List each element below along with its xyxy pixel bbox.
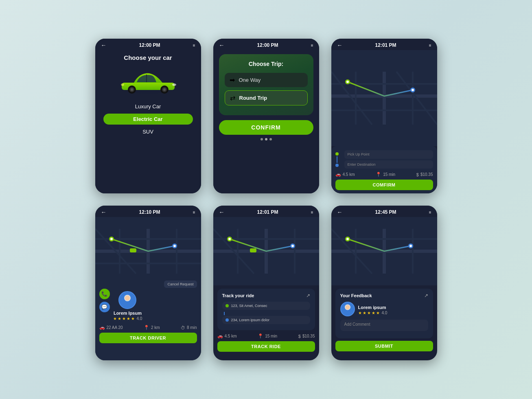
driver-avatar-svg [120, 292, 135, 308]
feedback-driver-name: Lorem ipsum [358, 305, 388, 310]
stats-row-4: 🚗 22 AA 20 📍 2 km ⏱ 8 min [99, 325, 197, 330]
map-svg-6 [331, 217, 437, 285]
time-6: 12:45 PM [375, 209, 396, 215]
svg-point-62 [345, 305, 350, 309]
stat-plate: 🚗 22 AA 20 [99, 325, 123, 330]
action-icons: 📞 💬 [99, 289, 110, 312]
comment-box[interactable]: Add Comment [340, 320, 428, 331]
svg-point-5 [131, 88, 133, 91]
svg-rect-63 [344, 310, 351, 314]
share-icon-6[interactable]: ↗ [424, 293, 428, 298]
back-arrow-2[interactable]: ← [219, 42, 225, 48]
back-arrow-4[interactable]: ← [101, 209, 107, 215]
track-ride-box: Track your ride ↗ 123, Sit Amet, Consec … [217, 289, 315, 330]
dot-2 [265, 138, 267, 140]
svg-point-57 [346, 238, 349, 240]
trip-roundtrip[interactable]: ⇄ Round Trip [225, 90, 308, 105]
signal-3: ≡ [429, 43, 431, 48]
stat-duration-3: 📍 15 min [376, 172, 395, 177]
feedback-avatar-svg [341, 302, 354, 316]
chat-icon-btn[interactable]: 💬 [99, 302, 110, 312]
status-bar-5: ← 12:01 PM ≡ [213, 206, 319, 217]
driver-avatar [118, 291, 136, 309]
signal-4: ≡ [193, 210, 195, 215]
map-svg-3 [331, 50, 437, 146]
location-text-2: 234, Lorem ipsum dolor [231, 318, 270, 322]
option-suv[interactable]: SUV [103, 126, 193, 137]
feedback-rating: 4.0 [382, 311, 388, 315]
stat-price-5: $ $10.35 [298, 334, 315, 339]
location-row-2: 234, Lorem ipsum dolor [222, 316, 310, 324]
back-arrow-3[interactable]: ← [337, 42, 343, 48]
track-driver-button[interactable]: TRACK DRIVER [99, 333, 197, 343]
feedback-avatar [340, 302, 355, 316]
star-4: ★ [127, 316, 130, 321]
car-image [103, 64, 193, 101]
option-electric[interactable]: Electric Car [103, 114, 193, 125]
driver-details: Lorem Ipsum ★ ★ ★ ★ ★ 4.0 [113, 289, 142, 323]
star-5: ★ [131, 316, 135, 321]
comment-placeholder: Add Comment [344, 322, 370, 327]
car-illustration [116, 68, 181, 97]
fb-star-3: ★ [367, 311, 371, 315]
confirm-trip-button[interactable]: CONFIRM [219, 120, 313, 135]
fb-star-2: ★ [363, 311, 366, 315]
svg-line-17 [331, 72, 372, 125]
dot-1 [261, 138, 263, 140]
driver-info-panel: Cancel Request 📞 💬 Lorem I [95, 285, 201, 360]
svg-point-8 [163, 88, 166, 91]
driver-name: Lorem Ipsum [114, 311, 142, 316]
card-choose-trip: ← 12:00 PM ≡ Choose Trip: ➡ One Way ⇄ Ro… [213, 39, 319, 193]
location-row-1: 123, Sit Amet, Consec [222, 302, 310, 310]
pagination-dots [261, 138, 272, 140]
card-feedback: ← 12:45 PM ≡ [331, 206, 437, 360]
feedback-driver-row: Lorem ipsum ★ ★ ★ ★ ★ 4.0 [340, 302, 428, 316]
stat-distance-4: 📍 2 km [144, 325, 160, 330]
signal-2: ≡ [311, 43, 313, 48]
distance-icon-3: 🚗 [335, 172, 341, 177]
dest-dot [225, 318, 229, 322]
phone-icon-btn[interactable]: 📞 [99, 289, 110, 299]
stars-row-6: ★ ★ ★ ★ ★ 4.0 [358, 311, 388, 315]
back-arrow-1[interactable]: ← [101, 42, 107, 48]
eta-icon-4: ⏱ [181, 325, 185, 330]
svg-rect-45 [250, 248, 256, 252]
svg-point-59 [409, 245, 412, 247]
back-arrow-5[interactable]: ← [219, 209, 225, 215]
time-1: 12:00 PM [139, 42, 160, 48]
track-ride-panel: Track your ride ↗ 123, Sit Amet, Consec … [213, 285, 319, 360]
dist-icon-5: 🚗 [217, 333, 223, 339]
option-luxury[interactable]: Luxury Car [103, 101, 193, 112]
pickup-dot [225, 304, 229, 307]
feedback-body: Your Feedback ↗ Lorem ipsum [331, 285, 437, 360]
back-arrow-6[interactable]: ← [337, 209, 343, 215]
track-ride-button[interactable]: TRACK RIDE [217, 341, 315, 352]
trip-oneway[interactable]: ➡ One Way [225, 73, 308, 87]
confirm-route-button[interactable]: COMFIRM [335, 180, 433, 190]
destination-label: Enter Destination [348, 162, 430, 167]
stat-eta-4: ⏱ 8 min [181, 325, 197, 330]
feedback-box: Your Feedback ↗ Lorem ipsum [335, 289, 433, 338]
share-icon[interactable]: ↗ [306, 293, 310, 298]
submit-button[interactable]: SUBMIT [335, 341, 433, 351]
star-2: ★ [118, 316, 121, 321]
map-area-6 [331, 217, 437, 285]
cancel-tag[interactable]: Cancel Request [164, 281, 197, 288]
track-ride-title: Track your ride [222, 293, 254, 298]
status-bar-6: ← 12:45 PM ≡ [331, 206, 437, 217]
status-bar-2: ← 12:00 PM ≡ [213, 39, 319, 50]
map-area-4 [95, 217, 201, 285]
time-3: 12:01 PM [375, 42, 396, 48]
trip-selector-box: Choose Trip: ➡ One Way ⇄ Round Trip [219, 54, 313, 115]
svg-point-32 [110, 238, 113, 240]
star-3: ★ [122, 316, 126, 321]
route-connector [224, 312, 225, 315]
card2-body: Choose Trip: ➡ One Way ⇄ Round Trip CONF… [213, 50, 319, 193]
svg-point-49 [291, 245, 294, 247]
status-bar-3: ← 12:01 PM ≡ [331, 39, 437, 50]
track-title-row: Track your ride ↗ [222, 293, 310, 298]
stat-distance-3: 🚗 4.5 km [335, 172, 355, 177]
svg-rect-30 [130, 248, 136, 252]
card-choose-car: ← 12:00 PM ≡ Choose your car [95, 39, 201, 193]
trip-box-title: Choose Trip: [225, 61, 308, 67]
